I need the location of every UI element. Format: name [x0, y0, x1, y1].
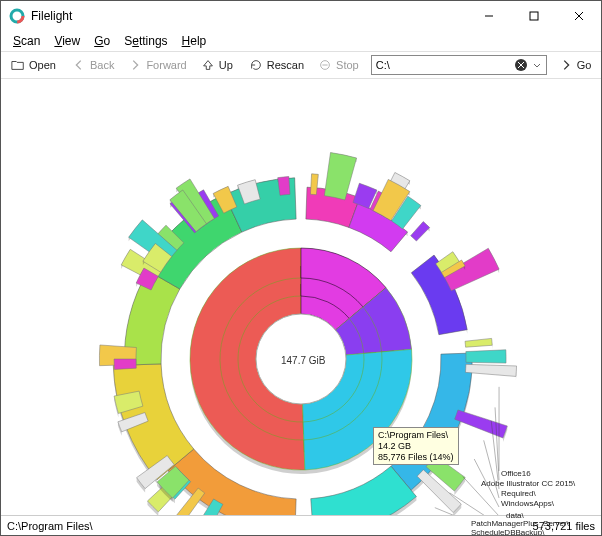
forward-button[interactable]: Forward [122, 56, 192, 74]
segment-tooltip: C:\Program Files\ 14.2 GB 85,776 Files (… [373, 427, 459, 465]
menu-view[interactable]: View [48, 32, 86, 50]
folder-open-icon [11, 58, 25, 72]
open-label: Open [29, 59, 56, 71]
stop-label: Stop [336, 59, 359, 71]
svg-line-18 [435, 508, 499, 515]
annotation-patchmanager: PatchManagerPlus_Server\ [471, 519, 569, 528]
center-size-label: 147.7 GiB [281, 355, 325, 366]
up-label: Up [219, 59, 233, 71]
up-button[interactable]: Up [195, 56, 239, 74]
back-button[interactable]: Back [66, 56, 120, 74]
window-title: Filelight [31, 9, 466, 23]
path-input[interactable] [376, 59, 514, 71]
toolbar: Open Back Forward Up Rescan Stop Go [1, 51, 601, 79]
back-label: Back [90, 59, 114, 71]
svg-rect-3 [530, 12, 538, 20]
dropdown-icon[interactable] [532, 60, 542, 70]
menu-help[interactable]: Help [176, 32, 213, 50]
path-input-container [371, 55, 547, 75]
forward-label: Forward [146, 59, 186, 71]
title-bar: Filelight [1, 1, 601, 31]
menu-bar: Scan View Go Settings Help [1, 31, 601, 51]
chevron-right-icon [559, 58, 573, 72]
stop-icon [318, 58, 332, 72]
maximize-button[interactable] [511, 1, 556, 31]
tooltip-files: 85,776 Files (14%) [378, 452, 454, 463]
annotation-scheduledb: ScheduleDBBackup\ [471, 528, 544, 536]
clear-icon[interactable] [514, 58, 528, 72]
refresh-icon [249, 58, 263, 72]
sunburst-canvas[interactable]: 147.7 GiB C:\Program Files\ 14.2 GB 85,7… [1, 79, 601, 515]
minimize-button[interactable] [466, 1, 511, 31]
sunburst-chart[interactable] [1, 79, 601, 515]
close-button[interactable] [556, 1, 601, 31]
rescan-button[interactable]: Rescan [243, 56, 310, 74]
tooltip-path: C:\Program Files\ [378, 430, 454, 441]
annotation-required: Required\ [501, 489, 536, 498]
stop-button[interactable]: Stop [312, 56, 365, 74]
arrow-up-icon [201, 58, 215, 72]
rescan-label: Rescan [267, 59, 304, 71]
chevron-right-icon [128, 58, 142, 72]
annotation-windowsapps: WindowsApps\ [501, 499, 554, 508]
go-button[interactable]: Go [553, 56, 598, 74]
menu-settings[interactable]: Settings [118, 32, 173, 50]
open-button[interactable]: Open [5, 56, 62, 74]
svg-line-12 [495, 407, 499, 480]
chevron-left-icon [72, 58, 86, 72]
go-label: Go [577, 59, 592, 71]
menu-scan[interactable]: Scan [7, 32, 46, 50]
tooltip-size: 14.2 GB [378, 441, 454, 452]
annotation-illustrator: Adobe Illustrator CC 2015\ [481, 479, 575, 488]
status-path: C:\Program Files\ [7, 520, 93, 532]
menu-go[interactable]: Go [88, 32, 116, 50]
app-icon [9, 8, 25, 24]
annotation-office16: Office16 [501, 469, 531, 478]
